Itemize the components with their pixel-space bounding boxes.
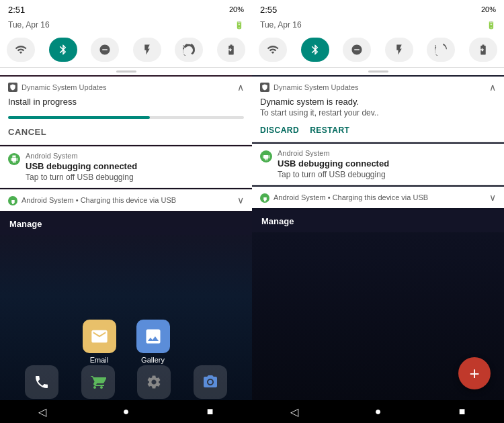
- right-phone-panel: 2:55 20% Tue, Apr 16 🔋: [252, 0, 504, 423]
- left-dock: [0, 365, 252, 399]
- right-dsu-app-row: Dynamic System Updates: [260, 83, 359, 92]
- tile-wifi[interactable]: [7, 38, 35, 62]
- right-dsu-app-icon: [260, 83, 269, 92]
- left-date: Tue, Apr 16: [8, 20, 50, 30]
- right-scroll-indicator: [252, 68, 504, 75]
- right-charging-left: Android System • Charging this device vi…: [260, 192, 428, 203]
- dock-phone[interactable]: [25, 365, 58, 399]
- right-charging-chevron[interactable]: ∨: [489, 192, 496, 203]
- usb-content: Android System USB debugging connected T…: [26, 152, 244, 182]
- right-tile-battery[interactable]: [469, 38, 497, 62]
- left-manage-text: Manage: [9, 219, 42, 229]
- dsu-body: Install in progress: [0, 95, 252, 112]
- left-battery-icon: 🔋: [235, 21, 244, 30]
- right-dsu-title: Dynamic system is ready.: [260, 97, 496, 107]
- charging-text: Android System • Charging this device vi…: [22, 196, 176, 204]
- usb-android-row: Android System USB debugging connected T…: [0, 146, 252, 187]
- email-icon: [83, 320, 116, 353]
- right-scroll-bar: [368, 70, 388, 73]
- right-dsu-text: To start using it, restart your dev..: [260, 108, 496, 117]
- left-home-apps: Email Gallery: [0, 314, 252, 369]
- left-charging-notification: Android System • Charging this device vi…: [0, 189, 252, 211]
- right-usb-title: USB debugging connected: [278, 158, 496, 169]
- right-recents-btn[interactable]: ■: [449, 400, 476, 423]
- tile-dnd[interactable]: [91, 38, 119, 62]
- left-home-btn[interactable]: ●: [113, 400, 140, 423]
- right-charging-text: Android System • Charging this device vi…: [274, 193, 428, 201]
- gallery-app[interactable]: Gallery: [136, 320, 170, 364]
- email-label: Email: [90, 356, 109, 364]
- right-dsu-actions: DISCARD RESTART: [252, 123, 504, 142]
- right-status-icons: 20%: [481, 5, 496, 13]
- dsu-cancel-btn[interactable]: CANCEL: [8, 127, 46, 137]
- right-manage-text: Manage: [261, 216, 294, 226]
- right-nav-bar: ◁ ● ■: [252, 400, 504, 423]
- right-charging-android-icon: [260, 193, 269, 203]
- right-battery-icon: 🔋: [487, 21, 496, 30]
- left-back-btn[interactable]: ◁: [29, 400, 56, 423]
- right-notification-shade: 2:55 20% Tue, Apr 16 🔋: [252, 0, 504, 232]
- right-dsu-header: Dynamic System Updates ∧: [252, 77, 504, 95]
- dsu-restart-btn[interactable]: RESTART: [310, 126, 349, 135]
- right-dsu-notification: Dynamic System Updates ∧ Dynamic system …: [252, 77, 504, 142]
- left-dsu-notification: Dynamic System Updates ∧ Install in prog…: [0, 77, 252, 145]
- dsu-app-row: Dynamic System Updates: [8, 83, 107, 92]
- right-home-btn[interactable]: ●: [365, 400, 392, 423]
- right-dsu-app-name: Dynamic System Updates: [274, 83, 359, 91]
- right-dsu-body: Dynamic system is ready. To start using …: [252, 95, 504, 123]
- right-tile-wifi[interactable]: [259, 38, 287, 62]
- left-status-icons: 20%: [229, 5, 244, 13]
- email-app[interactable]: Email: [83, 320, 116, 364]
- left-status-bar: 2:51 20%: [0, 0, 252, 19]
- right-tile-bluetooth[interactable]: [301, 38, 329, 62]
- dock-shop[interactable]: [81, 365, 115, 399]
- right-quick-tiles: [252, 32, 504, 68]
- dsu-progress-fill: [8, 116, 150, 119]
- dock-settings[interactable]: [137, 365, 171, 399]
- left-battery: 20%: [229, 5, 244, 13]
- right-usb-android-icon: [260, 150, 272, 162]
- right-status-bar: 2:55 20%: [252, 0, 504, 19]
- tile-autorotate[interactable]: [175, 38, 203, 62]
- scroll-bar: [116, 70, 136, 73]
- left-dsu-header: Dynamic System Updates ∧: [0, 77, 252, 95]
- dsu-chevron[interactable]: ∧: [237, 82, 244, 93]
- dsu-app-icon: [8, 83, 17, 92]
- dsu-progress-container: [8, 116, 244, 119]
- right-back-btn[interactable]: ◁: [281, 400, 308, 423]
- left-app-row: Email Gallery: [0, 314, 252, 369]
- charging-chevron[interactable]: ∨: [237, 195, 244, 205]
- fab-button[interactable]: +: [458, 357, 491, 389]
- dock-camera[interactable]: [194, 365, 227, 399]
- tile-bluetooth[interactable]: [49, 38, 77, 62]
- right-battery: 20%: [481, 5, 496, 13]
- dsu-title: Install in progress: [8, 97, 244, 107]
- right-tile-autorotate[interactable]: [427, 38, 455, 62]
- tile-flashlight[interactable]: [133, 38, 161, 62]
- left-recents-btn[interactable]: ■: [197, 400, 224, 423]
- gallery-icon: [136, 320, 170, 353]
- left-phone-panel: 2:51 20% Tue, Apr 16 🔋: [0, 0, 252, 423]
- gallery-label: Gallery: [141, 356, 165, 364]
- left-notification-shade: 2:51 20% Tue, Apr 16 🔋: [0, 0, 252, 235]
- tile-battery-saver[interactable]: [217, 38, 245, 62]
- right-usb-content: Android System USB debugging connected T…: [278, 149, 496, 179]
- right-usb-notification: Android System USB debugging connected T…: [252, 144, 504, 185]
- right-date: Tue, Apr 16: [260, 20, 302, 30]
- right-charging-notification: Android System • Charging this device vi…: [252, 187, 504, 208]
- left-manage-bar: Manage: [0, 212, 252, 235]
- usb-title: USB debugging connected: [26, 161, 244, 171]
- right-tile-flashlight[interactable]: [385, 38, 413, 62]
- dsu-app-name: Dynamic System Updates: [22, 83, 107, 91]
- left-scroll-indicator: [0, 68, 252, 75]
- dsu-action: CANCEL: [0, 123, 252, 144]
- right-usb-app-name: Android System: [278, 149, 496, 157]
- right-tile-dnd[interactable]: [343, 38, 371, 62]
- right-dsu-chevron[interactable]: ∧: [489, 82, 496, 93]
- right-manage-bar: Manage: [252, 209, 504, 232]
- right-usb-text: Tap to turn off USB debugging: [278, 170, 496, 179]
- dsu-discard-btn[interactable]: DISCARD: [260, 126, 299, 135]
- right-usb-row: Android System USB debugging connected T…: [252, 144, 504, 185]
- left-usb-notification: Android System USB debugging connected T…: [0, 146, 252, 188]
- usb-app-name: Android System: [26, 152, 244, 160]
